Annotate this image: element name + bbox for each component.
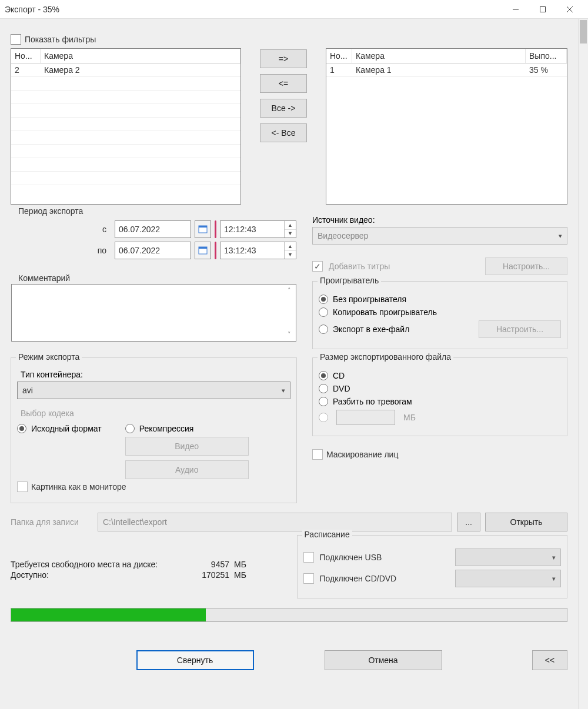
col-header-no[interactable]: Но... xyxy=(326,49,352,63)
available-label: Доступно: xyxy=(11,570,187,580)
move-left-button[interactable]: <= xyxy=(260,74,307,93)
player-copy-radio[interactable] xyxy=(319,307,328,317)
progress-bar-fill xyxy=(11,608,206,621)
time-spinner[interactable]: ▲▼ xyxy=(284,221,296,238)
minimize-window-button[interactable] xyxy=(502,0,529,19)
player-none-radio[interactable] xyxy=(319,295,328,304)
collapse-button[interactable]: << xyxy=(532,650,567,670)
from-calendar-button[interactable] xyxy=(195,220,211,238)
usb-select[interactable]: ▾ xyxy=(455,549,561,566)
path-input[interactable]: C:\Intellect\export xyxy=(98,513,452,531)
recompress-label: Рекомпрессия xyxy=(139,424,194,433)
container-label: Тип контейнера: xyxy=(21,370,290,379)
move-all-left-button[interactable]: <- Все xyxy=(260,123,307,142)
chevron-down-icon: ▾ xyxy=(552,554,556,561)
scroll-up-icon[interactable]: ˄ xyxy=(284,287,295,295)
to-date-input[interactable]: 06.07.2022 xyxy=(115,242,191,259)
chevron-down-icon: ▾ xyxy=(559,232,562,240)
minimize-button[interactable]: Свернуть xyxy=(136,650,254,670)
vertical-scrollbar[interactable] xyxy=(578,19,588,709)
time-spinner[interactable]: ▲▼ xyxy=(284,242,296,259)
col-header-pct[interactable]: Выпо... xyxy=(526,49,567,63)
svg-rect-5 xyxy=(199,226,207,228)
to-calendar-button[interactable] xyxy=(195,242,211,259)
list-row[interactable]: 2 Камера 2 xyxy=(11,63,240,77)
monitor-like-label: Картинка как в мониторе xyxy=(31,482,126,491)
col-header-cam[interactable]: Камера xyxy=(352,49,526,63)
titles-settings-button[interactable]: Настроить... xyxy=(485,257,567,275)
player-none-label: Без проигрывателя xyxy=(333,295,406,304)
comment-textarea[interactable]: ˄˅ xyxy=(11,284,296,342)
to-time-input[interactable]: 13:12:43 ▲▼ xyxy=(220,242,296,259)
show-filters-label: Показать фильтры xyxy=(25,35,96,44)
cddvd-select[interactable]: ▾ xyxy=(455,570,561,587)
file-size-legend: Размер экспортированного файла xyxy=(318,352,453,362)
container-select[interactable]: avi ▾ xyxy=(17,382,290,399)
size-dvd-label: DVD xyxy=(333,384,350,393)
source-format-label: Исходный формат xyxy=(31,424,102,433)
size-cd-radio[interactable] xyxy=(319,371,328,380)
usb-checkbox[interactable] xyxy=(303,552,314,563)
cddvd-label: Подключен CD/DVD xyxy=(320,574,450,583)
size-custom-radio[interactable] xyxy=(319,413,328,422)
size-split-radio[interactable] xyxy=(319,397,328,406)
scrollbar-thumb[interactable] xyxy=(580,20,587,44)
close-window-button[interactable] xyxy=(556,0,583,19)
add-titles-checkbox[interactable] xyxy=(312,261,323,272)
export-mode-group: Режим экспорта Тип контейнера: avi ▾ Выб… xyxy=(11,357,297,503)
schedule-legend: Расписание xyxy=(302,530,352,539)
col-header-cam[interactable]: Камера xyxy=(41,49,240,63)
period-legend: Период экспорта xyxy=(16,206,85,216)
export-progress xyxy=(11,608,567,622)
video-source-label: Источник видео: xyxy=(312,215,567,225)
from-date-input[interactable]: 06.07.2022 xyxy=(115,220,191,238)
required-value: 9457 xyxy=(187,560,234,569)
unit-label: МБ xyxy=(234,560,258,569)
from-label: с xyxy=(11,225,111,234)
open-folder-button[interactable]: Открыть xyxy=(485,513,567,531)
file-size-group: Размер экспортированного файла CD DVD Ра… xyxy=(312,357,567,436)
to-label: по xyxy=(11,246,111,255)
svg-rect-1 xyxy=(540,6,546,12)
size-dvd-radio[interactable] xyxy=(319,384,328,393)
available-cameras-list[interactable]: Но... Камера 2 Камера 2 xyxy=(11,48,241,205)
player-settings-button[interactable]: Настроить... xyxy=(479,320,561,338)
selected-cameras-list[interactable]: Но... Камера Выпо... 1 Камера 1 35 % xyxy=(326,48,567,205)
export-mode-legend: Режим экспорта xyxy=(16,352,82,362)
disk-stats: Требуется свободного места на диске: 945… xyxy=(11,558,282,598)
unit-label: МБ xyxy=(234,570,258,580)
mb-suffix: МБ xyxy=(403,413,416,422)
add-titles-label: Добавить титры xyxy=(329,262,479,271)
recompress-radio[interactable] xyxy=(125,424,135,433)
show-filters-row: Показать фильтры xyxy=(11,34,567,45)
move-all-right-button[interactable]: Все -> xyxy=(260,99,307,118)
size-cd-label: CD xyxy=(333,371,345,380)
from-time-input[interactable]: 12:12:43 ▲▼ xyxy=(220,220,296,238)
source-format-radio[interactable] xyxy=(17,424,26,433)
size-split-label: Разбить по тревогам xyxy=(333,397,412,406)
video-source-select[interactable]: Видеосервер ▾ xyxy=(312,227,567,245)
player-exe-radio[interactable] xyxy=(319,325,328,334)
player-group: Проигрыватель Без проигрывателя Копирова… xyxy=(312,281,567,349)
show-filters-checkbox[interactable] xyxy=(11,34,21,45)
audio-codec-button[interactable]: Аудио xyxy=(125,460,249,479)
period-group: Период экспорта с 06.07.2022 12:12:43 ▲▼… xyxy=(11,212,297,270)
cddvd-checkbox[interactable] xyxy=(303,573,314,584)
move-right-button[interactable]: => xyxy=(260,49,307,68)
scroll-down-icon[interactable]: ˅ xyxy=(284,331,295,339)
usb-label: Подключен USB xyxy=(320,553,450,562)
col-header-no[interactable]: Но... xyxy=(11,49,41,63)
required-label: Требуется свободного места на диске: xyxy=(11,560,187,569)
separator-icon xyxy=(215,220,216,238)
browse-button[interactable]: ... xyxy=(457,513,480,531)
maximize-window-button[interactable] xyxy=(529,0,556,19)
cancel-button[interactable]: Отмена xyxy=(325,650,442,670)
svg-rect-7 xyxy=(199,247,207,249)
video-codec-button[interactable]: Видео xyxy=(125,437,249,456)
size-custom-input[interactable] xyxy=(336,410,395,425)
face-mask-checkbox[interactable] xyxy=(312,449,323,460)
list-row[interactable]: 1 Камера 1 35 % xyxy=(326,63,567,77)
monitor-like-checkbox[interactable] xyxy=(17,481,28,492)
player-legend: Проигрыватель xyxy=(318,276,381,285)
face-mask-label: Маскирование лиц xyxy=(326,450,398,459)
